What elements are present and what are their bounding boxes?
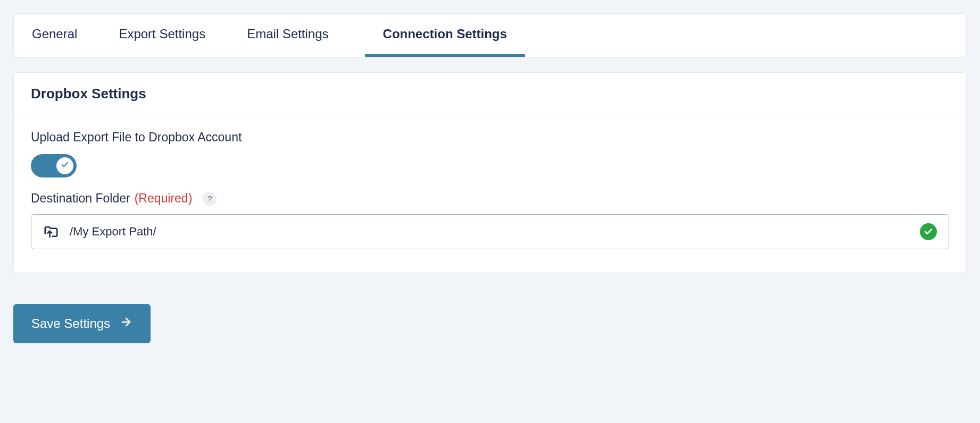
tab-email-settings[interactable]: Email Settings <box>242 14 346 57</box>
help-icon[interactable]: ? <box>203 192 217 206</box>
tabs-bar: General Export Settings Email Settings C… <box>13 13 967 57</box>
tab-general[interactable]: General <box>27 14 95 57</box>
destination-label-row: Destination Folder (Required) ? <box>31 191 949 206</box>
toggle-knob <box>56 157 73 174</box>
required-indicator: (Required) <box>135 191 193 206</box>
tab-connection-settings[interactable]: Connection Settings <box>365 14 525 57</box>
save-button-label: Save Settings <box>31 316 110 331</box>
dropbox-settings-panel: Dropbox Settings Upload Export File to D… <box>13 72 967 273</box>
upload-toggle-label: Upload Export File to Dropbox Account <box>31 130 949 145</box>
tab-export-settings[interactable]: Export Settings <box>113 14 223 57</box>
folder-upload-icon <box>43 224 59 240</box>
panel-header: Dropbox Settings <box>14 73 966 115</box>
destination-folder-label: Destination Folder <box>31 191 130 206</box>
destination-folder-input-wrap <box>31 214 949 249</box>
check-icon <box>61 160 69 171</box>
upload-toggle[interactable] <box>31 154 77 177</box>
arrow-right-icon <box>120 316 132 332</box>
save-settings-button[interactable]: Save Settings <box>13 304 151 343</box>
valid-check-icon <box>920 223 937 240</box>
panel-body: Upload Export File to Dropbox Account De… <box>14 115 966 273</box>
panel-title: Dropbox Settings <box>31 86 949 102</box>
destination-folder-input[interactable] <box>70 225 909 239</box>
